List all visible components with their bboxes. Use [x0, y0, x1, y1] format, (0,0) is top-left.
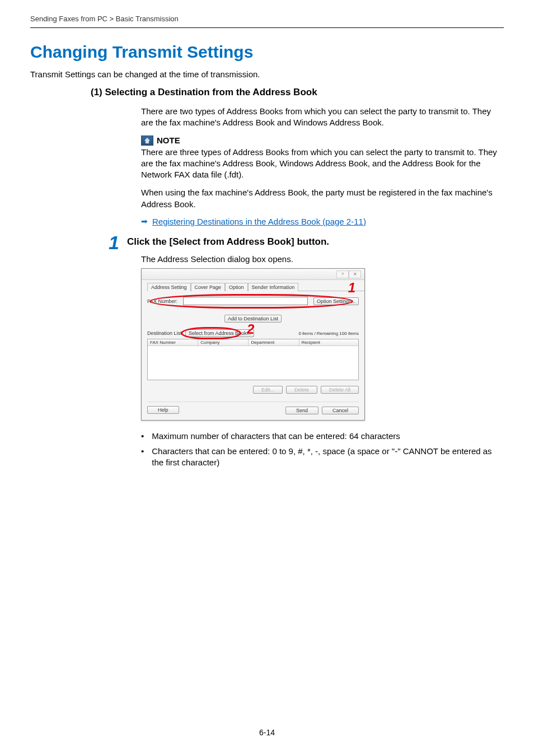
cancel-button[interactable]: Cancel [322, 407, 359, 414]
edit-button[interactable]: Edit... [253, 386, 283, 394]
reference-link[interactable]: Registering Destinations in the Address … [152, 217, 366, 226]
fax-number-label: FAX Number: [147, 298, 177, 304]
callout-number-2: 2 [247, 321, 254, 337]
note-label: NOTE [157, 136, 180, 145]
note-body: There are three types of Address Books f… [141, 147, 504, 181]
breadcrumb: Sending Faxes from PC > Basic Transmissi… [30, 15, 504, 28]
step-number: 1 [109, 234, 119, 251]
section-para1: There are two types of Address Books fro… [141, 106, 504, 129]
page-title: Changing Transmit Settings [30, 43, 504, 62]
intro-text: Transmit Settings can be changed at the … [30, 69, 504, 79]
close-icon[interactable]: ✕ [349, 270, 361, 278]
col-department[interactable]: Department [249, 339, 299, 346]
col-fax-number[interactable]: FAX Number [148, 339, 198, 346]
delete-button[interactable]: Delete [286, 386, 317, 394]
bullet-text-1: Maximum number of characters that can be… [152, 431, 400, 442]
col-company[interactable]: Company [198, 339, 249, 346]
items-remaining-label: 0 items / Remaining 100 items [298, 331, 359, 336]
send-button[interactable]: Send [285, 407, 318, 414]
tab-cover-page[interactable]: Cover Page [191, 283, 226, 291]
delete-all-button[interactable]: Delete All [321, 386, 359, 394]
note-icon [141, 136, 153, 146]
dialog-titlebar: ? ✕ [142, 269, 364, 280]
bullet-text-2: Characters that can be entered: 0 to 9, … [152, 446, 504, 469]
tab-sender-information[interactable]: Sender Information [248, 283, 299, 291]
step-body: The Address Selection dialog box opens. [141, 254, 504, 264]
help-icon[interactable]: ? [336, 270, 349, 278]
section-title: (1) Selecting a Destination from the Add… [91, 87, 504, 98]
select-from-address-book-button[interactable]: Select from Address Book... [185, 329, 254, 337]
bullet-icon: • [141, 446, 144, 469]
note-box: NOTE There are three types of Address Bo… [141, 136, 504, 181]
tab-address-setting[interactable]: Address Setting [147, 283, 191, 291]
option-settings-button[interactable]: Option Settings... [313, 297, 359, 305]
destination-table: FAX Number Company Department Recipient [147, 339, 359, 380]
dialog-window: ? ✕ Address Setting Cover Page Option Se… [141, 268, 365, 421]
table-body[interactable] [148, 346, 358, 380]
section-para2: When using the fax machine's Address Boo… [141, 187, 504, 210]
help-button[interactable]: Help [147, 406, 179, 414]
bullet-icon: • [141, 431, 144, 442]
page-number: 6-14 [0, 728, 534, 737]
link-arrow-icon: ➡ [141, 217, 148, 226]
step-title: Click the [Select from Address Book] but… [127, 234, 329, 248]
tab-option[interactable]: Option [225, 283, 248, 291]
destination-list-label: Destination List: [147, 330, 183, 336]
fax-number-input[interactable] [183, 297, 308, 305]
col-recipient[interactable]: Recipient [299, 339, 358, 346]
callout-number-1: 1 [348, 280, 355, 296]
